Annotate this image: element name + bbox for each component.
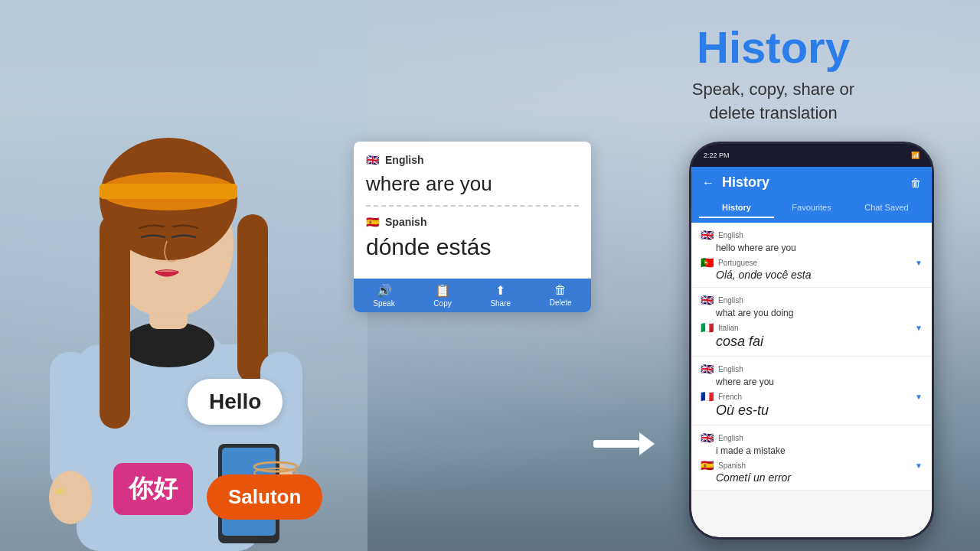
item1-target-flag: 🇵🇹 — [701, 256, 714, 269]
list-item[interactable]: 🇬🇧 English i made a mistake 🇪🇸 Spanish ▼… — [691, 425, 932, 491]
item3-target-lang: French — [718, 393, 742, 401]
phone-notch — [781, 144, 842, 158]
svg-rect-7 — [100, 214, 130, 429]
translation-card: 🇬🇧 English where are you 🇪🇸 Spanish dónd… — [354, 142, 591, 312]
list-item[interactable]: 🇬🇧 English where are you 🇫🇷 French ▼ Où … — [691, 357, 932, 425]
item3-source-text: where are you — [701, 377, 923, 387]
phone-delete-icon[interactable]: 🗑 — [910, 177, 921, 189]
tab-history[interactable]: History — [699, 198, 774, 218]
speak-icon: 🔊 — [377, 283, 392, 298]
phone-time: 2:22 PM — [704, 152, 730, 159]
item2-source-lang: English — [718, 296, 743, 305]
item4-translated: Cometí un error — [701, 471, 923, 484]
bubble-nihao: 你好 — [113, 463, 193, 515]
list-item[interactable]: 🇬🇧 English what are you doing 🇮🇹 Italian… — [691, 288, 932, 357]
svg-point-13 — [49, 471, 92, 524]
item1-translated: Olá, onde você esta — [701, 269, 923, 281]
phone-signal: 📶 — [911, 152, 920, 159]
item1-source-text: hello where are you — [701, 243, 923, 253]
card-actions-bar: 🔊 Speak 📋 Copy ⬆ Share 🗑 Delete — [354, 279, 591, 312]
history-list: 🇬🇧 English hello where are you 🇵🇹 Portug… — [691, 223, 932, 537]
item4-source-flag: 🇬🇧 — [701, 432, 714, 444]
svg-rect-8 — [237, 214, 268, 383]
item4-source-text: i made a mistake — [701, 445, 923, 456]
source-lang-label: English — [385, 154, 424, 166]
item3-source-lang: English — [718, 365, 743, 373]
delete-label: Delete — [550, 298, 572, 307]
item3-translated: Où es-tu — [701, 403, 923, 419]
item4-expand-icon[interactable]: ▼ — [915, 461, 923, 470]
connector-arrow — [593, 432, 655, 458]
delete-button[interactable]: 🗑 Delete — [550, 283, 572, 308]
phone-tabs: History Favourites Chat Saved — [691, 198, 932, 223]
svg-marker-21 — [639, 432, 655, 455]
item4-source-lang: English — [718, 434, 743, 442]
back-button[interactable]: ← — [702, 176, 714, 190]
tab-favourites[interactable]: Favourites — [774, 198, 849, 218]
speak-button[interactable]: 🔊 Speak — [373, 283, 394, 308]
item2-target-lang: Italian — [718, 324, 739, 332]
bubble-hello: Hello — [188, 379, 283, 425]
tab-chat-saved[interactable]: Chat Saved — [849, 198, 924, 218]
share-button[interactable]: ⬆ Share — [490, 283, 511, 308]
phone-screen: ← History 🗑 History Favourites Chat Save… — [691, 167, 932, 537]
phone-mockup: 2:22 PM 📶 ← History 🗑 History Favourites… — [689, 142, 934, 540]
delete-icon: 🗑 — [554, 283, 567, 297]
phone-header-title: History — [722, 174, 903, 191]
svg-point-19 — [55, 488, 64, 494]
bubble-saluton: Saluton — [207, 474, 322, 520]
svg-rect-11 — [50, 352, 92, 490]
panel-subtitle: Speak, copy, share ordelete translation — [692, 78, 854, 126]
phone-status-bar: 2:22 PM 📶 — [691, 144, 932, 167]
svg-rect-20 — [593, 440, 639, 448]
source-text: where are you — [366, 169, 579, 205]
item2-translated: cosa fai — [701, 334, 923, 350]
target-flag: 🇪🇸 — [366, 216, 379, 228]
copy-button[interactable]: 📋 Copy — [433, 283, 451, 308]
target-text: dónde estás — [366, 231, 579, 266]
item4-target-flag: 🇪🇸 — [701, 459, 714, 471]
panel-title: History — [697, 23, 850, 72]
svg-rect-10 — [100, 184, 237, 199]
copy-label: Copy — [433, 299, 451, 308]
item4-target-lang: Spanish — [718, 461, 746, 470]
item3-target-flag: 🇫🇷 — [701, 390, 714, 403]
source-flag: 🇬🇧 — [366, 154, 379, 166]
item3-source-flag: 🇬🇧 — [701, 363, 714, 375]
item3-expand-icon[interactable]: ▼ — [915, 393, 923, 401]
copy-icon: 📋 — [435, 283, 450, 298]
item1-source-lang: English — [718, 231, 743, 240]
item2-target-flag: 🇮🇹 — [701, 321, 714, 334]
list-item[interactable]: 🇬🇧 English hello where are you 🇵🇹 Portug… — [691, 223, 932, 288]
share-label: Share — [490, 299, 511, 308]
share-icon: ⬆ — [495, 283, 505, 298]
item2-expand-icon[interactable]: ▼ — [915, 324, 923, 332]
speak-label: Speak — [373, 299, 394, 308]
item2-source-text: what are you doing — [701, 308, 923, 318]
item1-source-flag: 🇬🇧 — [701, 229, 714, 241]
item1-expand-icon[interactable]: ▼ — [915, 259, 923, 267]
item1-target-lang: Portuguese — [718, 259, 757, 267]
item2-source-flag: 🇬🇧 — [701, 294, 714, 306]
phone-header: ← History 🗑 — [691, 167, 932, 198]
target-lang-label: Spanish — [385, 216, 426, 228]
